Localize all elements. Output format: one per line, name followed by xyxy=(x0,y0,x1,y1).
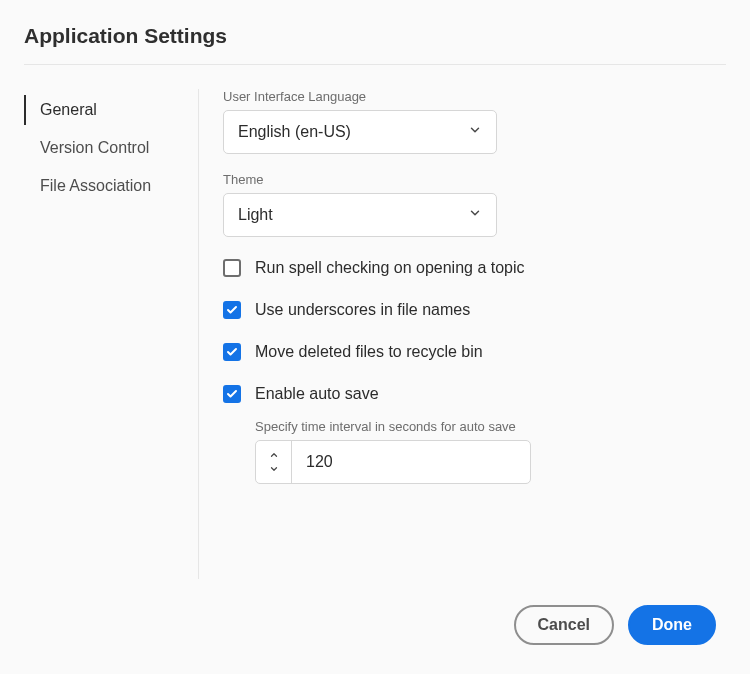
recycle-checkbox[interactable] xyxy=(223,343,241,361)
dialog-footer: Cancel Done xyxy=(24,605,726,645)
autosave-checkbox[interactable] xyxy=(223,385,241,403)
dialog-body: General Version Control File Association… xyxy=(24,65,726,579)
recycle-label: Move deleted files to recycle bin xyxy=(255,343,483,361)
autosave-interval-label: Specify time interval in seconds for aut… xyxy=(255,419,726,434)
autosave-label: Enable auto save xyxy=(255,385,379,403)
sidebar-item-label: General xyxy=(40,101,97,118)
autosave-interval-stepper[interactable]: 120 xyxy=(255,440,531,484)
autosave-row: Enable auto save xyxy=(223,385,726,403)
spellcheck-row: Run spell checking on opening a topic xyxy=(223,259,726,277)
autosave-interval-field: Specify time interval in seconds for aut… xyxy=(255,419,726,484)
done-button[interactable]: Done xyxy=(628,605,716,645)
language-value: English (en-US) xyxy=(238,123,351,141)
dialog-title: Application Settings xyxy=(24,24,726,48)
theme-label: Theme xyxy=(223,172,726,187)
language-label: User Interface Language xyxy=(223,89,726,104)
underscores-label: Use underscores in file names xyxy=(255,301,470,319)
application-settings-dialog: Application Settings General Version Con… xyxy=(0,0,750,663)
sidebar-item-label: File Association xyxy=(40,177,151,194)
sidebar-item-general[interactable]: General xyxy=(24,91,198,129)
chevron-down-icon xyxy=(269,464,279,474)
autosave-interval-value[interactable]: 120 xyxy=(292,441,530,483)
done-button-label: Done xyxy=(652,616,692,634)
settings-sidebar: General Version Control File Association xyxy=(24,89,198,579)
recycle-row: Move deleted files to recycle bin xyxy=(223,343,726,361)
chevron-down-icon xyxy=(468,123,482,141)
stepper-down-button[interactable] xyxy=(269,462,279,476)
sidebar-item-file-association[interactable]: File Association xyxy=(24,167,198,205)
language-select[interactable]: English (en-US) xyxy=(223,110,497,154)
spellcheck-label: Run spell checking on opening a topic xyxy=(255,259,525,277)
settings-content: User Interface Language English (en-US) … xyxy=(223,89,726,579)
underscores-checkbox[interactable] xyxy=(223,301,241,319)
spellcheck-checkbox[interactable] xyxy=(223,259,241,277)
underscores-row: Use underscores in file names xyxy=(223,301,726,319)
theme-value: Light xyxy=(238,206,273,224)
stepper-controls xyxy=(256,441,292,483)
sidebar-item-label: Version Control xyxy=(40,139,149,156)
chevron-up-icon xyxy=(269,450,279,460)
sidebar-item-version-control[interactable]: Version Control xyxy=(24,129,198,167)
theme-select[interactable]: Light xyxy=(223,193,497,237)
stepper-up-button[interactable] xyxy=(269,448,279,462)
vertical-divider xyxy=(198,89,199,579)
chevron-down-icon xyxy=(468,206,482,224)
cancel-button[interactable]: Cancel xyxy=(514,605,614,645)
cancel-button-label: Cancel xyxy=(538,616,590,634)
